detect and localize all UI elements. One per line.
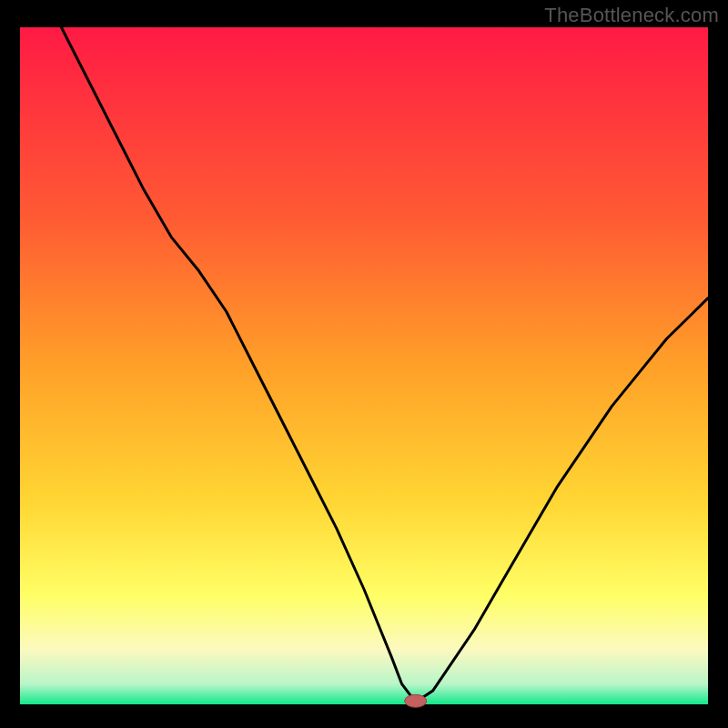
plot-area — [20, 27, 708, 704]
bottleneck-chart — [0, 0, 728, 728]
watermark-text: TheBottleneck.com — [544, 4, 719, 27]
chart-container: TheBottleneck.com — [0, 0, 728, 728]
optimal-point-marker — [405, 694, 427, 707]
